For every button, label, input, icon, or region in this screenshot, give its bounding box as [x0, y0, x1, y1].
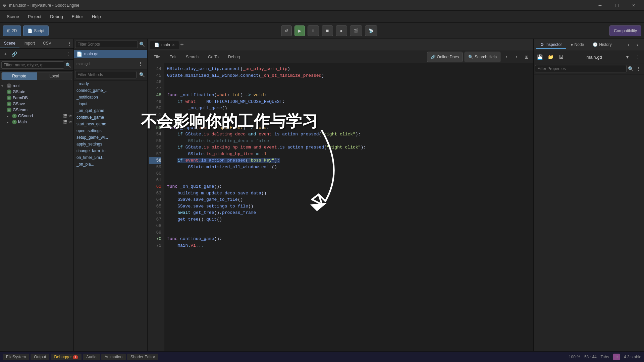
methods-filter-input[interactable]: [75, 71, 137, 78]
inspector-folder-button[interactable]: 📁: [546, 52, 555, 62]
method-notification[interactable]: _notification: [74, 94, 147, 101]
tab-audio[interactable]: Audio: [83, 354, 100, 360]
filter-search-icon[interactable]: 🔍: [64, 61, 72, 69]
movie-button[interactable]: 🎬: [350, 25, 362, 36]
menu-project[interactable]: Project: [24, 13, 45, 20]
close-button[interactable]: ×: [626, 0, 641, 11]
nav-back-button[interactable]: ‹: [625, 41, 633, 49]
debugger-badge: 1: [73, 355, 78, 359]
method-input[interactable]: _input: [74, 101, 147, 107]
tree-item-farmdb[interactable]: ○ FarmDB: [0, 95, 73, 101]
scripts-filter-input[interactable]: [75, 41, 138, 48]
scene-tree: ▾ □ root ○ GState ○ FarmDB ○ GSave ○ GSt…: [0, 81, 73, 351]
tab-inspector[interactable]: ⚙ Inspector: [536, 41, 566, 49]
reload-button[interactable]: ↺: [281, 25, 292, 36]
toolbar: ⊞ 2D 📄 Script ↺ ▶ ⏸ ⏹ ⏭ 🎬 📡 Compatibilit…: [0, 23, 644, 39]
add-node-button[interactable]: +: [1, 50, 9, 58]
filter-bar: 🔍: [0, 60, 73, 71]
titlebar-controls[interactable]: – □ ×: [592, 0, 641, 11]
step-button[interactable]: ⏭: [336, 25, 347, 36]
tab-history[interactable]: 🕐 History: [589, 41, 615, 49]
code-content[interactable]: GState.play_coin_tip.connect(_on_play_co…: [164, 63, 533, 351]
method-connect[interactable]: connect_game_...: [74, 87, 147, 94]
tree-item-gstate[interactable]: ○ GState: [0, 89, 73, 95]
edit-menu-button[interactable]: Edit: [166, 54, 180, 60]
menu-scene[interactable]: Scene: [3, 13, 23, 20]
pause-button[interactable]: ⏸: [308, 25, 319, 36]
stop-button[interactable]: ⏹: [322, 25, 333, 36]
scene-menu-button[interactable]: ⋮: [65, 40, 73, 48]
tree-item-gsave[interactable]: ○ GSave: [0, 101, 73, 107]
editor-toggle-button[interactable]: ⊞: [523, 53, 531, 61]
file-menu-button[interactable]: File: [150, 54, 163, 60]
nav-prev-button[interactable]: ‹: [502, 53, 511, 61]
inspector-options-button[interactable]: ⋮: [633, 52, 643, 62]
tab-import[interactable]: Import: [19, 39, 39, 48]
inspector-save2-button[interactable]: 🖫: [556, 52, 566, 62]
tab-close-button[interactable]: ×: [172, 42, 175, 48]
online-docs-button[interactable]: 🔗 Online Docs: [427, 52, 463, 62]
inspector-dropdown-button[interactable]: ▾: [623, 52, 632, 62]
tree-item-main[interactable]: ▸ ○ Main 🎬 👁: [0, 119, 73, 125]
menu-debug[interactable]: Debug: [46, 13, 67, 20]
script-item-main[interactable]: 📄 main.gd: [74, 50, 147, 58]
tab-main[interactable]: 📄 main ×: [150, 41, 179, 49]
play-button[interactable]: ▶: [294, 25, 305, 36]
scripts-search-button[interactable]: 🔍: [138, 40, 146, 48]
history-icon: 🕐: [593, 42, 598, 47]
scene-options-button[interactable]: ⋮: [64, 50, 72, 58]
debug-menu-button[interactable]: Debug: [225, 54, 243, 60]
method-on-pla[interactable]: _on_pla...: [74, 161, 147, 168]
tab-csv[interactable]: CSV: [39, 39, 55, 48]
tab-add-button[interactable]: +: [180, 41, 184, 48]
remote-debug-button[interactable]: 📡: [365, 25, 377, 36]
filter-props-search-button[interactable]: 🔍: [627, 65, 635, 73]
node-name-display: main.gd: [567, 55, 621, 60]
editor-toolbar-right: 🔗 Online Docs 🔍 Search Help ‹ › ⊞: [427, 52, 531, 62]
tree-item-gsound[interactable]: ▸ ○ GSound 🎬 👁: [0, 113, 73, 119]
tree-item-root[interactable]: ▾ □ root: [0, 83, 73, 89]
methods-options-button[interactable]: ⋮: [137, 60, 145, 68]
code-area[interactable]: 44454647 48 49505152 53 54555657 58 5960…: [148, 63, 533, 351]
menu-help[interactable]: Help: [88, 13, 105, 20]
link-button[interactable]: 🔗: [10, 50, 18, 58]
compatibility-button[interactable]: Compatibility: [609, 25, 641, 36]
method-timer-5m[interactable]: on_timer_5m.t...: [74, 154, 147, 161]
tab-shader-editor[interactable]: Shader Editor: [127, 354, 158, 360]
scene-filter-input[interactable]: [1, 61, 64, 69]
scripts-header: 🔍: [74, 39, 147, 50]
nav-next-button[interactable]: ›: [513, 53, 521, 61]
menu-editor[interactable]: Editor: [68, 13, 87, 20]
mode-2d-button[interactable]: ⊞ 2D: [3, 25, 21, 36]
method-start-new[interactable]: start_new_game: [74, 121, 147, 127]
method-continue[interactable]: continue_game: [74, 114, 147, 121]
tab-output[interactable]: Output: [31, 354, 49, 360]
method-ready[interactable]: _ready: [74, 80, 147, 87]
filter-properties-input[interactable]: [535, 65, 627, 72]
filter-props-options-button[interactable]: ⋮: [635, 65, 643, 73]
local-button[interactable]: Local: [37, 72, 72, 80]
maximize-button[interactable]: □: [609, 0, 625, 11]
method-open-settings[interactable]: open_settings: [74, 127, 147, 134]
remote-button[interactable]: Remote: [2, 72, 37, 80]
tab-filesystem[interactable]: FileSystem: [3, 354, 29, 360]
tab-animation[interactable]: Animation: [101, 354, 126, 360]
mode-script-button[interactable]: 📄 Script: [23, 25, 49, 36]
search-menu-button[interactable]: Search: [182, 54, 202, 60]
tab-node[interactable]: ● Node: [567, 41, 588, 49]
tab-debugger[interactable]: Debugger 1: [51, 354, 82, 360]
goto-menu-button[interactable]: Go To: [205, 54, 222, 60]
minimize-button[interactable]: –: [592, 0, 608, 11]
method-change-farm[interactable]: change_farm_to: [74, 147, 147, 154]
method-apply-settings[interactable]: apply_settings: [74, 141, 147, 147]
nav-forward-button[interactable]: ›: [633, 41, 641, 49]
methods-search-button[interactable]: 🔍: [138, 71, 146, 79]
tree-item-gsteam[interactable]: ○ GSteam: [0, 107, 73, 113]
tab-scene[interactable]: Scene: [0, 39, 19, 48]
method-setup-game[interactable]: setup_game_wi...: [74, 134, 147, 141]
search-help-button[interactable]: 🔍 Search Help: [465, 52, 500, 62]
cursor-position: 58 : 44: [584, 355, 597, 359]
godot-icon: ⚙: [3, 3, 6, 8]
method-on-quit[interactable]: _on_quit_game: [74, 107, 147, 114]
inspector-save-button[interactable]: 💾: [535, 52, 544, 62]
